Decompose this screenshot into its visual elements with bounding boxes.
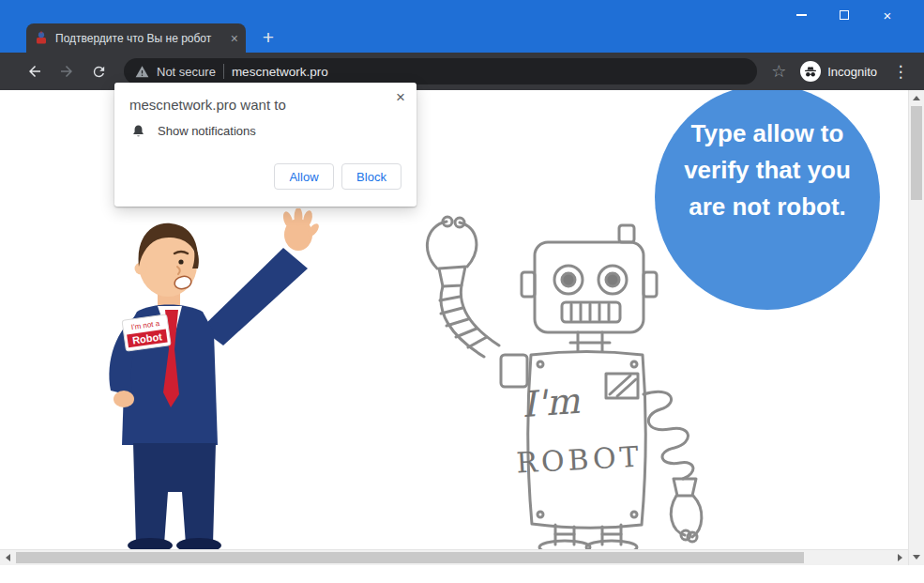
scroll-right-button[interactable] <box>892 550 908 565</box>
dialog-buttons: Allow Block <box>274 163 401 190</box>
back-icon <box>26 63 43 80</box>
maximize-icon <box>840 10 849 20</box>
bubble-text-line2: verify that you <box>655 152 880 189</box>
new-tab-button[interactable]: + <box>255 24 281 51</box>
verify-bubble: Type allow to verify that you are not ro… <box>655 84 880 310</box>
reload-icon <box>91 64 107 80</box>
tab-title: Подтвердите что Вы не робот <box>55 32 224 45</box>
scroll-down-icon <box>913 555 920 560</box>
dialog-close-icon[interactable]: × <box>396 88 405 107</box>
url-text[interactable]: mescnetwork.pro <box>232 65 328 79</box>
scroll-right-icon <box>898 554 902 561</box>
forward-button[interactable] <box>53 57 81 85</box>
bell-icon <box>131 124 145 138</box>
vertical-scrollbar[interactable] <box>908 90 924 565</box>
star-icon: ☆ <box>771 61 786 82</box>
bookmark-star-button[interactable]: ☆ <box>765 57 793 85</box>
scroll-up-icon <box>913 96 920 100</box>
maximize-button[interactable] <box>823 2 866 28</box>
close-icon: × <box>884 8 892 23</box>
reload-button[interactable] <box>84 57 113 85</box>
incognito-label: Incognito <box>827 65 877 79</box>
scroll-up-button[interactable] <box>909 90 924 106</box>
not-secure-label: Not secure <box>157 65 216 79</box>
minimize-icon <box>796 14 807 16</box>
browser-menu-button[interactable]: ⋮ <box>886 57 915 85</box>
horizontal-scrollbar-thumb[interactable] <box>16 552 804 563</box>
robot-body-text-1: I'm <box>521 380 582 425</box>
not-secure-warning-icon[interactable] <box>135 65 149 79</box>
incognito-badge: Incognito <box>800 61 877 82</box>
forward-icon <box>58 63 75 80</box>
notification-permission-dialog: × mescnetwork.pro want to Show notificat… <box>114 83 417 207</box>
tab-favicon <box>34 31 49 46</box>
scroll-left-button[interactable] <box>0 550 16 565</box>
allow-button[interactable]: Allow <box>274 163 334 190</box>
window-controls: × <box>780 2 909 28</box>
bubble-text-line1: Type allow to <box>655 115 880 152</box>
horizontal-scrollbar[interactable] <box>0 549 908 565</box>
tab-close-icon[interactable]: × <box>231 32 238 45</box>
minimize-button[interactable] <box>780 2 823 28</box>
incognito-avatar <box>800 61 821 82</box>
block-button[interactable]: Block <box>341 163 401 190</box>
robot-body-text-2: ROBOT <box>515 440 643 480</box>
incognito-icon <box>804 65 817 78</box>
permission-label: Show notifications <box>158 124 256 138</box>
browser-tab[interactable]: Подтвердите что Вы не робот × <box>26 23 246 53</box>
man-illustration: I'm not a Robot <box>58 208 321 554</box>
scroll-left-icon <box>6 554 10 561</box>
bubble-text-line3: are not robot. <box>655 189 880 225</box>
kebab-menu-icon: ⋮ <box>893 62 909 82</box>
close-button[interactable]: × <box>866 2 909 28</box>
address-bar[interactable]: Not secure mescnetwork.pro <box>124 58 757 84</box>
window-titlebar: Подтвердите что Вы не робот × + × <box>0 0 924 53</box>
vertical-scrollbar-thumb[interactable] <box>911 106 922 200</box>
dialog-title: mescnetwork.pro want to <box>129 97 286 113</box>
back-button[interactable] <box>21 57 49 85</box>
permission-row: Show notifications <box>131 124 256 138</box>
scroll-down-button[interactable] <box>909 549 924 565</box>
address-separator <box>223 64 224 79</box>
